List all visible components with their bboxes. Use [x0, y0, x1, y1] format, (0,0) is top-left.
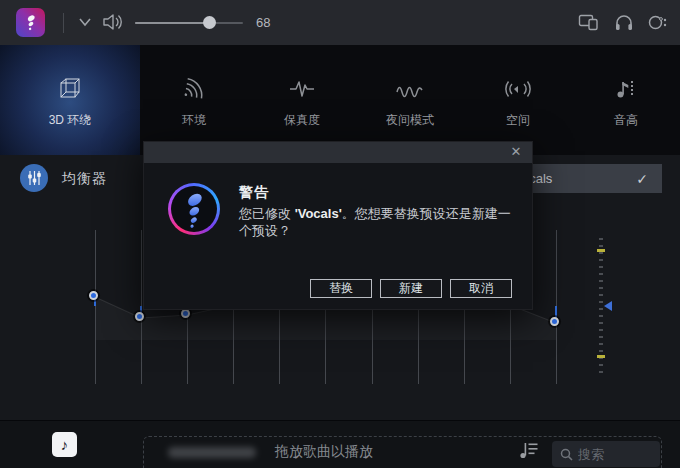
create-new-button[interactable]: 新建	[380, 279, 442, 298]
message-text: 您已修改	[239, 206, 295, 221]
blurred-song-label	[168, 447, 256, 458]
close-icon[interactable]: ✕	[508, 144, 524, 160]
gain-scale-ticks	[599, 238, 603, 374]
dialog-message: 您已修改 'Vocals'。您想要替换预设还是新建一个预设？	[239, 205, 519, 239]
gain-scale-yellow-tick	[597, 249, 605, 252]
eq-band-track[interactable]	[95, 230, 96, 384]
eq-band-handle[interactable]	[550, 317, 559, 326]
cancel-button[interactable]: 取消	[450, 279, 512, 298]
eq-band-handle[interactable]	[181, 309, 190, 318]
player-bar: ♪ 拖放歌曲以播放	[0, 420, 680, 468]
music-app-icon[interactable]: ♪	[52, 432, 77, 457]
gain-scale-yellow-tick	[597, 355, 605, 358]
app-window: 68	[0, 0, 680, 468]
search-box[interactable]	[552, 441, 660, 467]
gain-pointer-icon[interactable]	[604, 301, 612, 311]
search-input[interactable]	[578, 447, 652, 462]
warning-dialog: ✕ 警告 您已修	[143, 141, 533, 310]
drop-hint-text: 拖放歌曲以播放	[275, 443, 373, 461]
message-preset-name: 'Vocals'	[295, 206, 342, 221]
eq-band-handle[interactable]	[135, 312, 144, 321]
playlist-icon[interactable]	[519, 441, 539, 459]
music-note-glyph: ♪	[61, 436, 69, 453]
eq-band-handle[interactable]	[89, 291, 98, 300]
search-icon	[560, 448, 573, 461]
replace-button[interactable]: 替换	[310, 279, 372, 298]
dialog-buttons: 替换 新建 取消	[310, 279, 512, 298]
dialog-title: 警告	[239, 184, 269, 202]
app-logo-badge	[168, 183, 220, 235]
dialog-header: ✕	[144, 142, 532, 163]
